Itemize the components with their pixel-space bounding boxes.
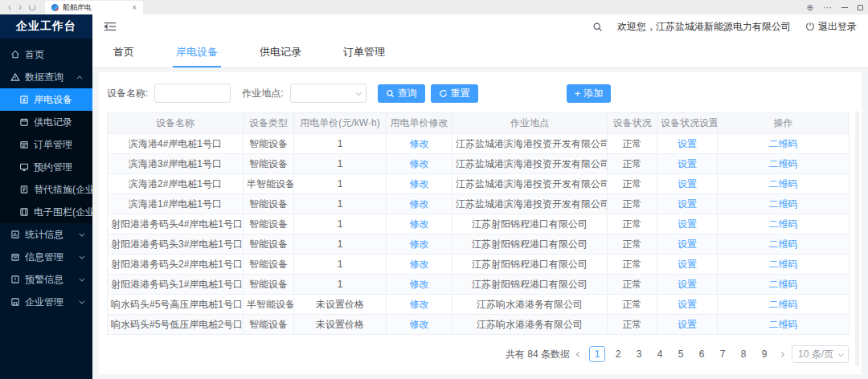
qr-code-link[interactable]: 二维码 [769,319,798,330]
sidebar-group-information[interactable]: 信息管理 [0,246,92,268]
modify-link[interactable]: 修改 [410,138,429,149]
status-set-link[interactable]: 设置 [678,238,697,250]
tab-power-records[interactable]: 供电记录 [256,39,305,67]
home-icon [10,50,20,59]
cell-qr: 二维码 [718,194,850,214]
browser-forward-icon[interactable]: › [18,2,22,12]
vertical-scrollbar[interactable] [855,111,859,366]
refresh-icon [439,89,448,98]
cell-qr: 二维码 [718,174,850,194]
cell-location: 江苏射阳锦程港口有限公司 [452,214,608,234]
qr-code-link[interactable]: 二维码 [769,299,798,310]
search-query-button[interactable]: 查询 [378,84,425,103]
cell-unit-price: 1 [294,234,387,255]
globe-icon[interactable]: ⊕ [807,3,813,12]
cell-device-type: 智能设备 [244,255,294,275]
page-number-3[interactable]: 3 [631,346,647,362]
tab-order-management[interactable]: 订单管理 [340,39,388,67]
next-page-button[interactable] [778,350,786,358]
cell-status-set: 设置 [657,295,718,315]
qr-code-link[interactable]: 二维码 [769,259,798,270]
sidebar-item-electronic-fence[interactable]: 电子围栏(企业) [0,201,92,223]
status-set-link[interactable]: 设置 [678,158,697,169]
page-number-4[interactable]: 4 [652,346,668,362]
reservation-management-icon [19,162,29,172]
reset-button[interactable]: 重置 [431,84,478,103]
modify-link[interactable]: 修改 [410,279,429,290]
sidebar-item-power-records[interactable]: 供电记录 [0,111,92,133]
qr-code-link[interactable]: 二维码 [769,198,798,210]
status-set-link[interactable]: 设置 [678,319,697,330]
cell-status: 正常 [608,295,657,315]
page-size-select[interactable]: 10 条/页 [792,345,849,363]
logout-button[interactable]: 退出登录 [805,20,857,34]
browser-tab-title: 船舶岸电 [63,2,128,13]
modify-link[interactable]: 修改 [410,218,429,230]
page-number-9[interactable]: 9 [756,346,772,362]
qr-code-link[interactable]: 二维码 [769,218,798,230]
page-number-8[interactable]: 8 [735,346,751,362]
information-icon [10,252,20,262]
restore-icon[interactable] [858,5,863,10]
add-button[interactable]: + 添加 [567,84,612,103]
modify-link[interactable]: 修改 [410,259,429,270]
modify-link[interactable]: 修改 [410,198,429,210]
sidebar-item-order-management[interactable]: 订单管理 [0,133,92,156]
status-set-link[interactable]: 设置 [678,299,697,310]
browser-tab[interactable]: 船舶岸电 × [45,1,143,14]
status-set-link[interactable]: 设置 [678,218,697,230]
sidebar-item-reservation-management[interactable]: 预约管理 [0,156,92,178]
status-set-link[interactable]: 设置 [678,279,697,290]
qr-code-link[interactable]: 二维码 [769,158,798,169]
page-number-7[interactable]: 7 [714,346,731,362]
cell-price-modify: 修改 [387,194,452,214]
status-set-link[interactable]: 设置 [678,198,697,210]
col-unit-price: 用电单价(元/kW·h) [294,113,387,134]
page-number-5[interactable]: 5 [673,346,689,362]
sidebar-collapse-button[interactable] [104,21,117,32]
page-number-2[interactable]: 2 [610,346,626,362]
qr-code-link[interactable]: 二维码 [769,178,798,190]
device-name-input[interactable] [154,84,231,103]
sidebar-item-alternative-measures[interactable]: 替代措施(企业) [0,178,92,201]
browser-more-icon[interactable]: ⋯ [823,2,832,13]
cell-unit-price: 未设置价格 [294,295,387,315]
status-set-link[interactable]: 设置 [678,178,697,190]
tab-close-icon[interactable]: × [132,3,137,12]
modify-link[interactable]: 修改 [410,238,429,250]
page-numbers: 123456789 [589,346,772,362]
sidebar-item-home[interactable]: 首页 [0,43,92,66]
minimize-icon[interactable] [841,7,848,8]
shore-power-device-icon [19,95,29,104]
location-label: 作业地点: [242,87,283,100]
qr-code-link[interactable]: 二维码 [769,138,798,149]
sidebar-group-enterprise[interactable]: 企业管理 [0,291,92,313]
table-header-row: 设备名称 设备类型 用电单价(元/kW·h) 用电单价修改 作业地点 设备状况 … [108,113,850,134]
sidebar-group-warnings[interactable]: 预警信息 [0,268,92,291]
search-button[interactable] [592,22,603,32]
prev-page-button[interactable] [575,350,583,358]
page-number-1[interactable]: 1 [589,346,605,362]
location-select[interactable] [290,84,366,103]
cell-qr: 二维码 [718,255,850,275]
cell-device-name: 滨海港3#岸电桩1号口 [108,154,244,174]
tab-shore-power-device[interactable]: 岸电设备 [173,39,221,67]
cell-price-modify: 修改 [387,234,452,255]
tab-home[interactable]: 首页 [110,39,137,67]
modify-link[interactable]: 修改 [410,178,429,190]
device-name-label: 设备名称: [107,87,148,100]
page-number-6[interactable]: 6 [694,346,710,362]
browser-back-icon[interactable]: ‹ [8,2,11,12]
modify-link[interactable]: 修改 [410,299,429,310]
sidebar-group-statistics[interactable]: 统计信息 [0,223,92,246]
cell-device-type: 智能设备 [244,214,294,234]
browser-refresh-icon[interactable] [29,4,35,10]
status-set-link[interactable]: 设置 [678,259,697,270]
modify-link[interactable]: 修改 [410,158,429,169]
sidebar-group-data-query[interactable]: 数据查询 [0,66,92,88]
qr-code-link[interactable]: 二维码 [769,238,798,250]
status-set-link[interactable]: 设置 [678,138,697,149]
modify-link[interactable]: 修改 [410,319,429,330]
sidebar-item-shore-power-device[interactable]: 岸电设备 [0,88,92,111]
qr-code-link[interactable]: 二维码 [769,279,798,290]
